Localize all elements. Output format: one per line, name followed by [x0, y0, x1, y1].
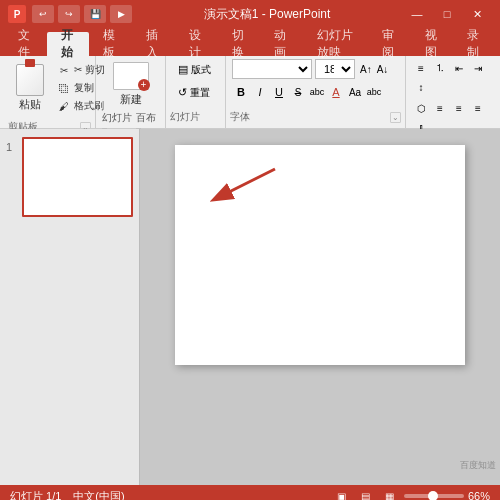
annotation-arrow: [195, 159, 285, 219]
font-style-buttons: B I U S abc A Aa abc: [232, 83, 383, 101]
tab-slideshow[interactable]: 幻灯片放映: [303, 32, 368, 56]
app-icon: P: [8, 5, 26, 23]
font-expand-icon[interactable]: ⌄: [390, 112, 401, 123]
reading-view-btn[interactable]: ▦: [380, 488, 400, 500]
format-body: ▤ 版式 ↺ 重置: [166, 56, 225, 110]
ribbon-font-section: 18 A↑ A↓ B I U S abc A Aa: [226, 56, 406, 128]
paste-label: 粘贴: [19, 97, 41, 112]
tab-transitions[interactable]: 切换: [218, 32, 261, 56]
slide-thumbnail-wrapper: 1: [6, 137, 133, 217]
title-bar-left: P ↩ ↪ 💾 ▶: [8, 5, 132, 23]
tab-file[interactable]: 文件: [4, 32, 47, 56]
ribbon-format-section: ▤ 版式 ↺ 重置 幻灯片: [166, 56, 226, 128]
tab-view[interactable]: 视图: [411, 32, 454, 56]
reset-button[interactable]: ↺ 重置: [172, 83, 216, 103]
italic-button[interactable]: I: [251, 83, 269, 101]
tab-record[interactable]: 录制: [453, 32, 496, 56]
main-area: 1: [0, 129, 500, 485]
play-btn[interactable]: ▶: [110, 5, 132, 23]
copy-icon: ⿻: [57, 81, 71, 95]
tab-review[interactable]: 审阅: [368, 32, 411, 56]
bullets-button[interactable]: ≡: [412, 59, 430, 77]
underline-button[interactable]: U: [270, 83, 288, 101]
new-slide-button[interactable]: 新建: [109, 60, 153, 109]
tab-template[interactable]: 模板: [89, 32, 132, 56]
font-row1: 18 A↑ A↓: [232, 59, 390, 79]
tab-design[interactable]: 设计: [175, 32, 218, 56]
new-slide-icon: [113, 62, 149, 90]
strikethrough-button[interactable]: S: [289, 83, 307, 101]
tab-home[interactable]: 开始: [47, 32, 90, 56]
font-color-button[interactable]: A: [327, 83, 345, 101]
ribbon-paragraph-section: ≡ ⒈ ⇤ ⇥ ↕ ⬡ ≡ ≡ ≡ ⫿ 段落 ⌄: [406, 56, 496, 128]
ribbon: 粘贴 ✂ ✂ 剪切 ⿻ 复制 🖌 格式刷: [0, 56, 500, 129]
status-left: 幻灯片 1/1 中文(中国): [10, 489, 125, 501]
clipboard-body: 粘贴 ✂ ✂ 剪切 ⿻ 复制 🖌 格式刷: [4, 56, 95, 120]
ribbon-clipboard-section: 粘贴 ✂ ✂ 剪切 ⿻ 复制 🖌 格式刷: [4, 56, 96, 128]
subscript-button[interactable]: abc: [308, 83, 326, 101]
title-bar-controls: ↩ ↪ 💾 ▶: [32, 5, 132, 23]
zoom-slider[interactable]: [404, 494, 464, 498]
clear-format-button[interactable]: abc: [365, 83, 383, 101]
slide-number: 1: [6, 141, 18, 153]
font-label: 字体: [230, 110, 250, 124]
svg-line-1: [215, 169, 275, 199]
slide-panel: 1: [0, 129, 140, 485]
tab-animations[interactable]: 动画: [260, 32, 303, 56]
align-right-btn[interactable]: ≡: [450, 99, 468, 117]
layout-button[interactable]: ▤ 版式: [172, 60, 217, 80]
bold-button[interactable]: B: [232, 83, 250, 101]
indent-decrease-btn[interactable]: ⇤: [450, 59, 468, 77]
undo-btn[interactable]: ↩: [32, 5, 54, 23]
paste-button[interactable]: 粘贴: [10, 60, 50, 116]
format-footer: 幻灯片: [166, 110, 225, 126]
indent-increase-btn[interactable]: ⇥: [469, 59, 487, 77]
font-size-select[interactable]: 18: [315, 59, 355, 79]
new-slide-label: 新建: [120, 92, 142, 107]
window-title: 演示文稿1 - PowerPoint: [132, 6, 402, 23]
decrease-font-btn[interactable]: A↓: [375, 63, 391, 76]
canvas-area[interactable]: [140, 129, 500, 485]
tab-bar: 文件 开始 模板 插入 设计 切换 动画 幻灯片放映 审阅 视图 录制: [0, 28, 500, 56]
font-footer: 字体 ⌄: [226, 110, 405, 126]
title-bar: P ↩ ↪ 💾 ▶ 演示文稿1 - PowerPoint — □ ✕: [0, 0, 500, 28]
align-left-btn[interactable]: ⬡: [412, 99, 430, 117]
tab-insert[interactable]: 插入: [132, 32, 175, 56]
align-center-btn[interactable]: ≡: [431, 99, 449, 117]
slide-thumbnail[interactable]: [22, 137, 133, 217]
zoom-percent: 66%: [468, 490, 490, 500]
normal-view-btn[interactable]: ▣: [332, 488, 352, 500]
status-bar: 幻灯片 1/1 中文(中国) ▣ ▤ ▦ 66%: [0, 485, 500, 500]
layout-icon: ▤: [178, 63, 188, 75]
redo-btn[interactable]: ↪: [58, 5, 80, 23]
paragraph-buttons-row1: ≡ ⒈ ⇤ ⇥ ↕: [412, 59, 490, 96]
ribbon-content: 粘贴 ✂ ✂ 剪切 ⿻ 复制 🖌 格式刷: [0, 56, 500, 128]
format-painter-icon: 🖌: [57, 99, 71, 113]
slide-count: 幻灯片 1/1: [10, 489, 61, 501]
numbering-button[interactable]: ⒈: [431, 59, 449, 77]
save-btn[interactable]: 💾: [84, 5, 106, 23]
ribbon-slides-section: 新建 幻灯片 ▾ 百布 ▾ 幻灯片 ⌄: [96, 56, 166, 128]
status-right: ▣ ▤ ▦ 66%: [332, 488, 490, 500]
aa-button[interactable]: Aa: [346, 83, 364, 101]
slides-body: 新建 幻灯片 ▾ 百布 ▾: [96, 56, 165, 140]
paragraph-body: ≡ ⒈ ⇤ ⇥ ↕ ⬡ ≡ ≡ ≡ ⫿: [406, 56, 496, 139]
cut-icon: ✂: [57, 63, 71, 77]
close-btn[interactable]: ✕: [462, 0, 492, 28]
reset-icon: ↺: [178, 86, 187, 98]
font-row2: B I U S abc A Aa abc: [232, 83, 383, 101]
slide-sorter-btn[interactable]: ▤: [356, 488, 376, 500]
format-label: 幻灯片: [170, 110, 200, 124]
minimize-btn[interactable]: —: [402, 0, 432, 28]
font-body: 18 A↑ A↓ B I U S abc A Aa: [226, 56, 405, 110]
font-size-arrows: A↑ A↓: [358, 63, 390, 76]
text-direction-btn[interactable]: ↕: [412, 78, 430, 96]
zoom-thumb: [428, 491, 438, 500]
justify-btn[interactable]: ≡: [469, 99, 487, 117]
language-indicator: 中文(中国): [73, 489, 124, 501]
window-controls: — □ ✕: [402, 0, 492, 28]
font-family-select[interactable]: [232, 59, 312, 79]
increase-font-btn[interactable]: A↑: [358, 63, 374, 76]
maximize-btn[interactable]: □: [432, 0, 462, 28]
paste-icon: [16, 64, 44, 96]
